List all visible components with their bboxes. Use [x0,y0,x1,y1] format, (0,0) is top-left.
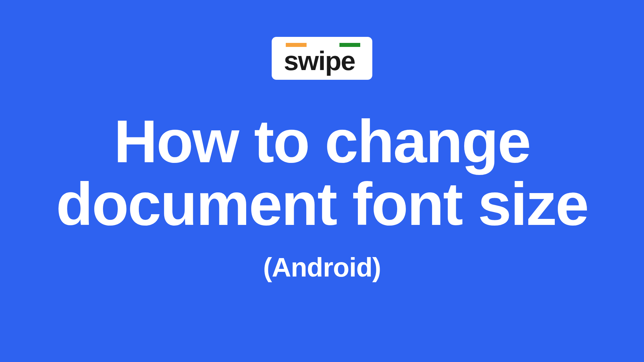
logo-text: swipe [284,49,355,73]
slide-title: How to change document font size [34,110,610,235]
logo-badge: swipe [272,37,372,80]
slide-subtitle: (Android) [263,252,381,283]
